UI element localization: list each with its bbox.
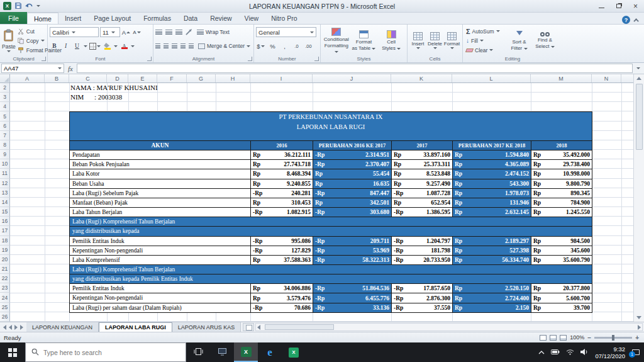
align-top-icon[interactable] [155, 30, 162, 35]
previous-sheet-icon[interactable] [9, 325, 12, 330]
column-header-k[interactable]: K [391, 74, 452, 82]
fill-color-button[interactable] [103, 42, 112, 51]
value-cell-2017[interactable]: Rp8.523.848 [392, 169, 453, 178]
percent-style-button[interactable]: % [268, 42, 277, 51]
tab-nitro-pro[interactable]: Nitro Pro [265, 13, 303, 24]
cell-nama[interactable]: NAMA : MA'RUF KHUSAINI [70, 83, 158, 93]
find-select-button[interactable]: Find & Select [532, 26, 558, 55]
header-perubahan-2016-2017[interactable]: PERUBAHAN 2016 KE 2017 [313, 141, 392, 150]
value-cell-2016[interactable]: Rp37.588.363 [251, 256, 313, 264]
change-cell-2016-2017[interactable]: -Rp303.680 [313, 208, 392, 217]
row-header[interactable]: 7 [0, 131, 10, 140]
tab-data[interactable]: Data [177, 13, 204, 24]
insert-cells-button[interactable]: Insert [409, 26, 426, 55]
value-cell-2017[interactable]: Rp9.257.490 [392, 179, 453, 188]
akun-cell[interactable]: Pemilik Entitas Induk [70, 284, 251, 293]
value-cell-2016[interactable]: -Rp1.082.915 [251, 208, 313, 217]
conditional-formatting-button[interactable]: Conditional Formatting [323, 26, 350, 55]
comma-style-button[interactable]: , [280, 42, 289, 51]
row-header[interactable]: 3 [0, 93, 10, 102]
orientation-icon[interactable] [186, 28, 192, 37]
tab-insert[interactable]: Insert [58, 13, 87, 24]
scroll-down-button[interactable] [634, 314, 644, 322]
column-header-j[interactable]: J [313, 74, 391, 82]
akun-cell[interactable]: Beban Pokok Penjualan [70, 160, 251, 169]
value-cell-2016[interactable]: Rp36.212.111 [251, 150, 313, 159]
row-header[interactable]: 6 [0, 122, 10, 131]
cell-styles-button[interactable]: Cell Styles [377, 26, 405, 55]
value-cell-2018[interactable]: Rp1.245.550 [531, 208, 592, 217]
paste-button[interactable]: Paste [2, 26, 16, 55]
column-header-g[interactable]: G [187, 74, 216, 82]
row-header[interactable]: 23 [0, 283, 10, 293]
change-cell-2016-2017[interactable]: Rp342.501 [313, 198, 392, 207]
bold-button[interactable]: B [50, 42, 59, 51]
excel-taskbar-button[interactable]: X [234, 342, 258, 362]
row-header[interactable]: 15 [0, 207, 10, 217]
delete-cells-button[interactable]: Delete [426, 26, 443, 55]
minimize-ribbon-icon[interactable] [633, 18, 638, 23]
taskbar-search[interactable] [25, 342, 186, 362]
value-cell-2018[interactable]: Rp9.800.790 [531, 179, 592, 188]
change-cell-2016-2017[interactable]: -Rp847.447 [313, 189, 392, 198]
zoom-out-button[interactable]: − [587, 334, 591, 341]
change-cell-2016-2017[interactable]: -Rp209.711 [313, 237, 392, 246]
italic-button[interactable]: I [61, 42, 70, 51]
hidden-icons-chevron-icon[interactable] [538, 349, 545, 356]
akun-cell[interactable]: Laba (Rugi) per saham dasar (Dalam Rupia… [70, 303, 251, 312]
header-2018[interactable]: 2018 [531, 141, 592, 150]
task-view-button[interactable] [186, 342, 210, 362]
value-cell-2018[interactable]: Rp984.500 [531, 237, 592, 246]
change-cell-2017-2018[interactable]: Rp131.946 [453, 198, 531, 207]
change-cell-2017-2018[interactable]: Rp4.365.089 [453, 160, 531, 169]
shrink-font-button[interactable]: A [132, 28, 142, 37]
accounting-format-button[interactable]: $ [256, 42, 265, 51]
align-bottom-icon[interactable] [175, 30, 182, 35]
align-center-icon[interactable] [164, 43, 169, 49]
zoom-level[interactable]: 100% [570, 334, 584, 341]
akun-cell[interactable]: Pemilik Entitas Induk [70, 237, 251, 246]
clipboard-dialog-launcher[interactable] [42, 57, 46, 61]
column-header-b[interactable]: B [45, 74, 69, 82]
tab-page-layout[interactable]: Page Layout [87, 13, 137, 24]
value-cell-2017[interactable]: -Rp1.204.797 [392, 237, 453, 246]
scroll-left-icon[interactable] [257, 325, 260, 330]
row-header[interactable]: 2 [0, 83, 10, 93]
borders-button[interactable] [89, 42, 101, 51]
alignment-dialog-launcher[interactable] [248, 57, 252, 61]
row-header[interactable]: 19 [0, 246, 10, 255]
restore-button[interactable] [610, 0, 627, 12]
select-all-corner[interactable] [0, 74, 10, 82]
sheet-tab-laporan-laba-rugi[interactable]: LAPORAN LABA RUGI [99, 322, 172, 332]
volume-icon[interactable] [580, 349, 589, 356]
column-header-i[interactable]: I [250, 74, 313, 82]
change-cell-2016-2017[interactable]: Rp55.454 [313, 169, 392, 178]
change-cell-2016-2017[interactable]: -Rp2.370.407 [313, 160, 392, 169]
row-header[interactable]: 21 [0, 264, 10, 274]
row-header[interactable]: 24 [0, 293, 10, 302]
akun-cell[interactable]: Kepentingan Non-pengendali [70, 293, 251, 302]
increase-indent-icon[interactable] [189, 43, 194, 49]
header-akun[interactable]: AKUN [70, 141, 251, 150]
row-header[interactable]: 26 [0, 312, 10, 322]
change-cell-2016-2017[interactable]: -Rp58.322.313 [313, 256, 392, 264]
undo-icon[interactable] [25, 2, 33, 10]
next-sheet-icon[interactable] [14, 325, 18, 330]
horizontal-scrollbar[interactable] [255, 323, 643, 331]
akun-cell[interactable]: Laba (Rugi) Sebelum Pajak [70, 189, 251, 198]
header-2017[interactable]: 2017 [392, 141, 453, 150]
row-header[interactable]: 9 [0, 150, 10, 159]
taskbar-search-input[interactable] [43, 349, 169, 356]
first-sheet-icon[interactable] [3, 325, 6, 330]
section-header[interactable]: Laba (Rugi) Komprehensif Tahun Berjalan [70, 217, 592, 227]
excel-file-taskbar-button[interactable]: X [282, 342, 306, 362]
header-perubahan-2017-2018[interactable]: PERUBAHAN 2017 KE 2018 [453, 141, 531, 150]
insert-function-icon[interactable]: fx [65, 65, 75, 72]
change-cell-2017-2018[interactable]: Rp56.334.740 [453, 256, 531, 264]
akun-cell[interactable]: Laba Komprehensif [70, 256, 251, 264]
value-cell-2016[interactable]: -Rp240.281 [251, 189, 313, 198]
change-cell-2017-2018[interactable]: Rp527.398 [453, 246, 531, 255]
wifi-icon[interactable] [566, 349, 574, 356]
close-button[interactable]: × [627, 0, 644, 12]
format-cells-button[interactable]: Format [443, 26, 460, 55]
